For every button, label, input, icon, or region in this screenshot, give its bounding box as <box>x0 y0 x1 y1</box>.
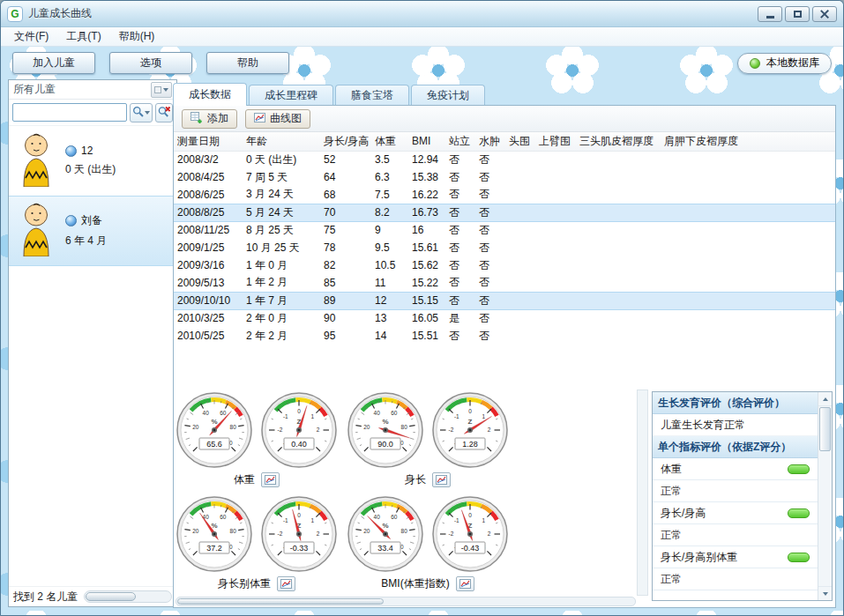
tab-milestones[interactable]: 成长里程碑 <box>249 85 333 106</box>
add-measurement-button[interactable]: 添加 <box>182 109 237 129</box>
view-options-button[interactable] <box>151 82 172 98</box>
local-database-button[interactable]: 本地数据库 <box>737 53 832 74</box>
table-cell <box>505 221 535 239</box>
curve-label: 曲线图 <box>270 111 302 126</box>
help-button[interactable]: 帮助 <box>206 52 289 74</box>
menu-help[interactable]: 帮助(H) <box>110 26 164 47</box>
table-row[interactable]: 2008/6/253 月 24 天687.516.22否否 <box>174 186 835 204</box>
gauges-area: 020406080100%65.6 -3-2-10123Z0.40 体重 020… <box>174 390 636 596</box>
search-input[interactable] <box>12 103 127 122</box>
table-cell <box>535 204 576 221</box>
gauge-group-label: 身长 <box>405 472 426 487</box>
table-row[interactable]: 2009/10/101 年 7 月891215.15否否 <box>174 292 835 309</box>
table-cell: 否 <box>475 168 505 186</box>
table-cell: 8 月 25 天 <box>243 221 320 239</box>
add-icon <box>190 112 203 126</box>
svg-text:-2: -2 <box>449 427 454 433</box>
column-header[interactable]: 上臂围 <box>535 132 576 151</box>
svg-text:0: 0 <box>468 408 472 414</box>
column-header[interactable]: 体重 <box>371 132 408 151</box>
weight-for-length-percentile-gauge: 020406080100%37.2 <box>176 496 252 572</box>
tab-diet-pagoda[interactable]: 膳食宝塔 <box>335 85 409 106</box>
column-header[interactable]: 水肿 <box>475 132 505 151</box>
chevron-down-icon <box>163 88 168 92</box>
table-cell: 52 <box>320 151 371 168</box>
svg-text:80: 80 <box>230 528 237 534</box>
column-header[interactable]: 年龄 <box>243 132 320 151</box>
table-row[interactable]: 2009/1/2510 月 25 天789.515.61否否 <box>174 239 835 256</box>
column-header[interactable]: 三头肌皮褶厚度 <box>576 132 661 151</box>
child-name: 刘备 <box>81 213 102 228</box>
child-avatar <box>16 132 56 190</box>
scroll-down-button[interactable] <box>818 586 832 600</box>
scrollbar-thumb[interactable] <box>819 407 831 451</box>
options-button[interactable]: 选项 <box>109 52 192 74</box>
table-cell <box>576 204 661 221</box>
column-header[interactable]: BMI <box>408 132 445 151</box>
sidebar-horizontal-scrollbar[interactable] <box>84 590 172 603</box>
column-header[interactable]: 头围 <box>505 132 535 151</box>
close-button[interactable] <box>812 6 837 22</box>
svg-text:-2: -2 <box>278 531 283 537</box>
svg-text:33.4: 33.4 <box>377 544 393 553</box>
table-cell: 2008/4/25 <box>174 168 243 186</box>
column-header[interactable]: 测量日期 <box>174 132 243 151</box>
svg-text:60: 60 <box>220 410 227 416</box>
chart-icon <box>254 113 265 125</box>
svg-text:Z: Z <box>468 418 473 426</box>
child-list-item-selected[interactable]: 刘备 6 年 4 月 <box>9 196 176 266</box>
svg-text:37.2: 37.2 <box>206 544 222 553</box>
table-cell <box>505 239 535 256</box>
growth-data-panel: 添加 曲线图 测量日期年龄身长/身高体重BMI站立水肿头围上臂围三头肌皮褶厚度肩… <box>173 105 836 608</box>
weight-for-length-curve-button[interactable] <box>277 576 295 591</box>
svg-text:-1: -1 <box>283 517 288 523</box>
column-header[interactable]: 站立 <box>445 132 475 151</box>
titlebar[interactable]: G 儿童成长曲线 <box>1 1 843 27</box>
curve-chart-button[interactable]: 曲线图 <box>245 109 310 129</box>
minimize-button[interactable] <box>758 6 782 22</box>
table-cell: 否 <box>475 309 505 327</box>
svg-text:1: 1 <box>310 517 314 523</box>
tab-immunization[interactable]: 免疫计划 <box>411 85 485 106</box>
minimize-icon <box>766 16 774 19</box>
eval-item-weight-for-length[interactable]: 身长/身高别体重 <box>653 546 818 568</box>
svg-text:20: 20 <box>363 528 370 534</box>
table-cell: 82 <box>320 256 371 274</box>
scroll-up-button[interactable] <box>818 392 832 406</box>
menu-tools[interactable]: 工具(T) <box>57 26 109 47</box>
menu-file[interactable]: 文件(F) <box>5 26 57 47</box>
table-row[interactable]: 2009/3/161 年 0 月8210.515.62否否 <box>174 256 835 274</box>
tab-growth-data[interactable]: 成长数据 <box>173 83 247 106</box>
table-cell: 75 <box>320 221 371 239</box>
search-button[interactable] <box>130 103 153 122</box>
table-row[interactable]: 2008/11/258 月 25 天75916否否 <box>174 221 835 239</box>
table-row[interactable]: 2008/8/255 月 24 天708.216.73否否 <box>174 204 835 221</box>
weight-curve-button[interactable] <box>261 472 280 487</box>
table-row[interactable]: 2010/3/252 年 0 月901316.05是否 <box>174 309 835 327</box>
table-cell: 2008/8/25 <box>174 204 243 221</box>
column-header[interactable]: 肩胛下皮褶厚度 <box>661 132 835 151</box>
table-row[interactable]: 2008/3/20 天 (出生)523.512.94否否 <box>174 151 835 168</box>
table-row[interactable]: 2009/5/131 年 2 月851115.22否否 <box>174 274 835 292</box>
scrollbar-thumb[interactable] <box>86 592 136 601</box>
add-child-button[interactable]: 加入儿童 <box>12 52 95 74</box>
length-curve-button[interactable] <box>432 472 451 487</box>
evaluation-scrollbar[interactable] <box>818 392 832 600</box>
gauge-group-length: 020406080100%90.0 -3-2-10123Z1.28 身长 <box>347 392 508 487</box>
eval-item-length[interactable]: 身长/身高 <box>653 502 818 524</box>
table-row[interactable]: 2010/5/252 年 2 月951415.51否否 <box>174 327 835 345</box>
overall-evaluation-header: 生长发育评价（综合评价） <box>653 392 818 414</box>
maximize-button[interactable] <box>785 6 810 22</box>
child-list-item[interactable]: 12 0 天 (出生) <box>9 126 176 196</box>
table-cell: 12 <box>371 292 408 309</box>
svg-text:40: 40 <box>374 514 381 520</box>
clear-search-button[interactable] <box>155 103 173 122</box>
scrollbar-thumb[interactable] <box>177 598 384 605</box>
bmi-curve-button[interactable] <box>456 576 474 591</box>
bmi-percentile-gauge: 020406080100%33.4 <box>347 496 423 572</box>
gauges-horizontal-scrollbar[interactable] <box>176 597 636 606</box>
column-header[interactable]: 身长/身高 <box>320 132 371 151</box>
gauges-vertical-scrollbar[interactable] <box>637 390 648 596</box>
table-row[interactable]: 2008/4/257 周 5 天646.315.38否否 <box>174 168 835 186</box>
eval-item-weight[interactable]: 体重 <box>653 458 818 480</box>
